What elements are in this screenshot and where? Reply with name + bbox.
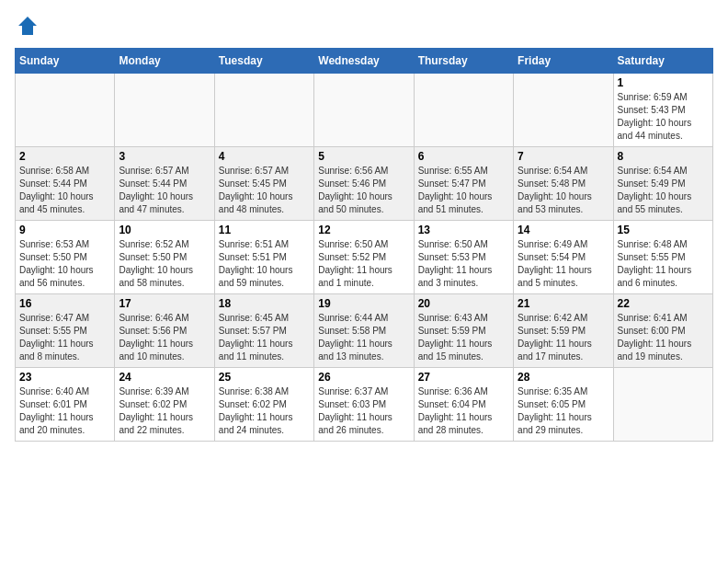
calendar-week-0: 1Sunrise: 6:59 AMSunset: 5:43 PMDaylight… [16, 74, 713, 147]
day-info: Sunrise: 6:58 AMSunset: 5:44 PMDaylight:… [19, 165, 110, 216]
day-info: Sunrise: 6:55 AMSunset: 5:47 PMDaylight:… [418, 165, 509, 216]
day-info: Sunrise: 6:46 AMSunset: 5:56 PMDaylight:… [119, 312, 210, 363]
col-header-monday: Monday [115, 49, 214, 74]
calendar-cell: 13Sunrise: 6:50 AMSunset: 5:53 PMDayligh… [414, 221, 513, 294]
calendar-cell: 6Sunrise: 6:55 AMSunset: 5:47 PMDaylight… [414, 147, 513, 221]
day-info: Sunrise: 6:42 AMSunset: 5:59 PMDaylight:… [518, 312, 609, 363]
day-info: Sunrise: 6:41 AMSunset: 6:00 PMDaylight:… [618, 312, 709, 363]
day-number: 8 [618, 150, 709, 163]
day-info: Sunrise: 6:54 AMSunset: 5:48 PMDaylight:… [518, 165, 609, 216]
day-number: 20 [418, 297, 509, 310]
calendar-week-1: 2Sunrise: 6:58 AMSunset: 5:44 PMDaylight… [16, 147, 713, 221]
day-info: Sunrise: 6:59 AMSunset: 5:43 PMDaylight:… [618, 91, 709, 143]
calendar-cell: 17Sunrise: 6:46 AMSunset: 5:56 PMDayligh… [115, 294, 214, 368]
calendar-cell: 10Sunrise: 6:52 AMSunset: 5:50 PMDayligh… [115, 221, 214, 294]
day-info: Sunrise: 6:47 AMSunset: 5:55 PMDaylight:… [19, 312, 110, 363]
day-info: Sunrise: 6:40 AMSunset: 6:01 PMDaylight:… [19, 385, 110, 437]
logo [15, 15, 39, 37]
day-number: 16 [19, 297, 110, 310]
day-number: 6 [418, 150, 509, 163]
day-info: Sunrise: 6:56 AMSunset: 5:46 PMDaylight:… [318, 165, 409, 216]
day-info: Sunrise: 6:38 AMSunset: 6:02 PMDaylight:… [219, 385, 310, 437]
calendar-cell [16, 74, 115, 147]
day-number: 13 [418, 224, 509, 236]
day-info: Sunrise: 6:44 AMSunset: 5:58 PMDaylight:… [318, 312, 409, 363]
calendar-cell [414, 74, 513, 147]
col-header-saturday: Saturday [613, 49, 712, 74]
calendar-cell: 12Sunrise: 6:50 AMSunset: 5:52 PMDayligh… [314, 221, 414, 294]
day-info: Sunrise: 6:43 AMSunset: 5:59 PMDaylight:… [418, 312, 509, 363]
day-number: 23 [19, 371, 110, 384]
svg-marker-0 [18, 17, 37, 35]
day-number: 2 [19, 150, 110, 163]
day-info: Sunrise: 6:57 AMSunset: 5:45 PMDaylight:… [219, 165, 310, 216]
calendar-cell: 8Sunrise: 6:54 AMSunset: 5:49 PMDaylight… [613, 147, 712, 221]
day-info: Sunrise: 6:49 AMSunset: 5:54 PMDaylight:… [518, 238, 609, 290]
calendar-header-row: SundayMondayTuesdayWednesdayThursdayFrid… [16, 49, 713, 74]
col-header-tuesday: Tuesday [214, 49, 313, 74]
calendar-cell: 19Sunrise: 6:44 AMSunset: 5:58 PMDayligh… [314, 294, 414, 368]
day-number: 17 [119, 297, 210, 310]
day-number: 5 [318, 150, 409, 163]
day-number: 18 [219, 297, 310, 310]
day-info: Sunrise: 6:48 AMSunset: 5:55 PMDaylight:… [618, 238, 709, 290]
day-info: Sunrise: 6:39 AMSunset: 6:02 PMDaylight:… [119, 385, 210, 437]
day-number: 7 [518, 150, 609, 163]
calendar-cell: 23Sunrise: 6:40 AMSunset: 6:01 PMDayligh… [16, 368, 115, 442]
day-info: Sunrise: 6:54 AMSunset: 5:49 PMDaylight:… [618, 165, 709, 216]
calendar: SundayMondayTuesdayWednesdayThursdayFrid… [15, 48, 713, 442]
day-info: Sunrise: 6:52 AMSunset: 5:50 PMDaylight:… [119, 238, 210, 290]
calendar-cell: 3Sunrise: 6:57 AMSunset: 5:44 PMDaylight… [115, 147, 214, 221]
day-info: Sunrise: 6:51 AMSunset: 5:51 PMDaylight:… [219, 238, 310, 290]
day-number: 10 [119, 224, 210, 236]
day-number: 25 [219, 371, 310, 384]
day-number: 9 [19, 224, 110, 236]
calendar-cell [314, 74, 414, 147]
calendar-cell: 16Sunrise: 6:47 AMSunset: 5:55 PMDayligh… [16, 294, 115, 368]
day-number: 19 [318, 297, 409, 310]
day-number: 1 [618, 76, 709, 89]
day-number: 22 [618, 297, 709, 310]
calendar-cell [214, 74, 313, 147]
col-header-thursday: Thursday [414, 49, 513, 74]
col-header-friday: Friday [514, 49, 613, 74]
day-info: Sunrise: 6:35 AMSunset: 6:05 PMDaylight:… [518, 385, 609, 437]
calendar-cell: 1Sunrise: 6:59 AMSunset: 5:43 PMDaylight… [613, 74, 712, 147]
calendar-cell: 14Sunrise: 6:49 AMSunset: 5:54 PMDayligh… [514, 221, 613, 294]
calendar-week-4: 23Sunrise: 6:40 AMSunset: 6:01 PMDayligh… [16, 368, 713, 442]
calendar-cell [613, 368, 712, 442]
day-number: 4 [219, 150, 310, 163]
calendar-cell: 26Sunrise: 6:37 AMSunset: 6:03 PMDayligh… [314, 368, 414, 442]
calendar-cell: 28Sunrise: 6:35 AMSunset: 6:05 PMDayligh… [514, 368, 613, 442]
col-header-sunday: Sunday [16, 49, 115, 74]
day-number: 14 [518, 224, 609, 236]
calendar-cell: 21Sunrise: 6:42 AMSunset: 5:59 PMDayligh… [514, 294, 613, 368]
calendar-week-3: 16Sunrise: 6:47 AMSunset: 5:55 PMDayligh… [16, 294, 713, 368]
calendar-cell: 9Sunrise: 6:53 AMSunset: 5:50 PMDaylight… [16, 221, 115, 294]
day-info: Sunrise: 6:57 AMSunset: 5:44 PMDaylight:… [119, 165, 210, 216]
logo-icon [17, 15, 39, 37]
col-header-wednesday: Wednesday [314, 49, 414, 74]
calendar-cell: 27Sunrise: 6:36 AMSunset: 6:04 PMDayligh… [414, 368, 513, 442]
calendar-cell [115, 74, 214, 147]
day-info: Sunrise: 6:50 AMSunset: 5:53 PMDaylight:… [418, 238, 509, 290]
calendar-cell: 15Sunrise: 6:48 AMSunset: 5:55 PMDayligh… [613, 221, 712, 294]
day-number: 28 [518, 371, 609, 384]
day-number: 12 [318, 224, 409, 236]
calendar-cell: 18Sunrise: 6:45 AMSunset: 5:57 PMDayligh… [214, 294, 313, 368]
day-number: 24 [119, 371, 210, 384]
day-number: 3 [119, 150, 210, 163]
calendar-cell: 7Sunrise: 6:54 AMSunset: 5:48 PMDaylight… [514, 147, 613, 221]
day-info: Sunrise: 6:53 AMSunset: 5:50 PMDaylight:… [19, 238, 110, 290]
calendar-cell: 24Sunrise: 6:39 AMSunset: 6:02 PMDayligh… [115, 368, 214, 442]
day-info: Sunrise: 6:37 AMSunset: 6:03 PMDaylight:… [318, 385, 409, 437]
day-number: 11 [219, 224, 310, 236]
calendar-cell: 20Sunrise: 6:43 AMSunset: 5:59 PMDayligh… [414, 294, 513, 368]
calendar-week-2: 9Sunrise: 6:53 AMSunset: 5:50 PMDaylight… [16, 221, 713, 294]
page-header [15, 15, 713, 37]
calendar-cell: 22Sunrise: 6:41 AMSunset: 6:00 PMDayligh… [613, 294, 712, 368]
calendar-cell: 11Sunrise: 6:51 AMSunset: 5:51 PMDayligh… [214, 221, 313, 294]
calendar-cell: 2Sunrise: 6:58 AMSunset: 5:44 PMDaylight… [16, 147, 115, 221]
day-number: 27 [418, 371, 509, 384]
calendar-cell: 5Sunrise: 6:56 AMSunset: 5:46 PMDaylight… [314, 147, 414, 221]
